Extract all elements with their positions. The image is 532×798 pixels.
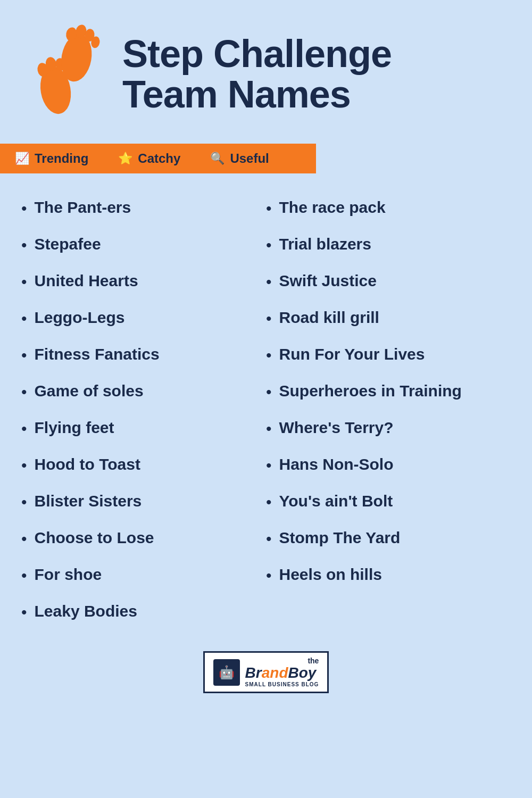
list-item: • Fitness Fanatics: [21, 336, 266, 373]
bullet-icon: •: [266, 418, 272, 439]
item-text: Hood to Toast: [35, 454, 140, 475]
item-text: Where's Terry?: [279, 417, 394, 438]
bullet-icon: •: [21, 418, 27, 439]
list-item: • Hood to Toast: [21, 446, 266, 483]
bullet-icon: •: [266, 528, 272, 549]
item-text: Blister Sisters: [35, 491, 142, 511]
item-text: Stepafee: [35, 234, 101, 254]
bullet-icon: •: [266, 565, 272, 586]
item-text: Fitness Fanatics: [35, 344, 160, 364]
bullet-icon: •: [21, 565, 27, 586]
bullet-icon: •: [21, 602, 27, 622]
list-item: • Blister Sisters: [21, 483, 266, 520]
bullet-icon: •: [266, 271, 272, 292]
item-text: Run For Your Lives: [279, 344, 425, 364]
list-item: • Stomp The Yard: [266, 520, 511, 556]
item-text: The race pack: [279, 197, 386, 218]
logo-subtitle: SMALL BUSINESS BLOG: [245, 681, 319, 687]
item-text: Leaky Bodies: [35, 601, 137, 621]
footprint-icons: [21, 21, 106, 128]
list-item: • Swift Justice: [266, 263, 511, 300]
bullet-icon: •: [266, 308, 272, 329]
logo-brandboy: BrandBoy: [245, 665, 319, 681]
list-item: • Run For Your Lives: [266, 336, 511, 373]
bullet-icon: •: [21, 198, 27, 219]
bullet-icon: •: [21, 528, 27, 549]
bullet-icon: •: [266, 381, 272, 402]
list-item: • Heels on hills: [266, 556, 511, 593]
list-item: • Trial blazers: [266, 226, 511, 263]
list-item: • For shoe: [21, 556, 266, 593]
left-column: • The Pant-ers • Stepafee • United Heart…: [21, 189, 266, 630]
list-item: • Game of soles: [21, 373, 266, 410]
bullet-icon: •: [266, 235, 272, 255]
list-item: • The race pack: [266, 189, 511, 226]
page-wrapper: Step Challenge Team Names 📈 Trending ⭐ C…: [0, 0, 532, 798]
trending-icon: 📈: [15, 152, 29, 165]
list-item: • Hans Non-Solo: [266, 446, 511, 483]
bullet-icon: •: [266, 345, 272, 365]
item-text: Leggo-Legs: [35, 307, 125, 328]
bullet-icon: •: [21, 455, 27, 476]
bullet-icon: •: [21, 492, 27, 512]
page-title: Step Challenge Team Names: [122, 34, 511, 114]
logo-text: the BrandBoy SMALL BUSINESS BLOG: [245, 657, 319, 687]
logo-mascot-icon: 🤖: [213, 659, 240, 686]
item-text: Stomp The Yard: [279, 527, 401, 548]
right-column: • The race pack • Trial blazers • Swift …: [266, 189, 511, 630]
tab-useful-label: Useful: [230, 151, 269, 166]
bullet-icon: •: [21, 381, 27, 402]
list-item: • Flying feet: [21, 410, 266, 446]
item-text: Heels on hills: [279, 564, 382, 585]
useful-icon: 🔍: [210, 152, 225, 165]
tabs-bar: 📈 Trending ⭐ Catchy 🔍 Useful: [0, 144, 532, 173]
brandboy-logo: 🤖 the BrandBoy SMALL BUSINESS BLOG: [203, 651, 329, 693]
bullet-icon: •: [21, 308, 27, 329]
item-text: You's ain't Bolt: [279, 491, 393, 511]
list-item: • Superheroes in Training: [266, 373, 511, 410]
item-text: Superheroes in Training: [279, 380, 462, 401]
list-item: • Where's Terry?: [266, 410, 511, 446]
item-text: Trial blazers: [279, 234, 371, 254]
tab-trending[interactable]: 📈 Trending: [0, 144, 103, 173]
tab-trending-label: Trending: [35, 151, 88, 166]
list-item: • United Hearts: [21, 263, 266, 300]
item-text: The Pant-ers: [35, 197, 131, 218]
list-item: • Road kill grill: [266, 300, 511, 336]
bullet-icon: •: [21, 235, 27, 255]
list-item: • The Pant-ers: [21, 189, 266, 226]
bullet-icon: •: [266, 455, 272, 476]
tab-catchy[interactable]: ⭐ Catchy: [103, 144, 195, 173]
tab-useful[interactable]: 🔍 Useful: [195, 144, 284, 173]
list-item: • Stepafee: [21, 226, 266, 263]
tab-extra: [284, 144, 316, 173]
item-text: Game of soles: [35, 380, 144, 401]
list-item: • You's ain't Bolt: [266, 483, 511, 520]
bullet-icon: •: [21, 345, 27, 365]
item-text: United Hearts: [35, 270, 138, 291]
tab-catchy-label: Catchy: [138, 151, 180, 166]
item-text: Road kill grill: [279, 307, 379, 328]
footer: 🤖 the BrandBoy SMALL BUSINESS BLOG: [0, 641, 532, 709]
header-text: Step Challenge Team Names: [122, 34, 511, 114]
header: Step Challenge Team Names: [0, 0, 532, 138]
list-item: • Leaky Bodies: [21, 593, 266, 630]
list-item: • Leggo-Legs: [21, 300, 266, 336]
bullet-icon: •: [21, 271, 27, 292]
item-text: For shoe: [35, 564, 102, 585]
item-text: Flying feet: [35, 417, 114, 438]
item-text: Choose to Lose: [35, 527, 154, 548]
item-text: Hans Non-Solo: [279, 454, 394, 475]
content-area: • The Pant-ers • Stepafee • United Heart…: [0, 173, 532, 641]
catchy-icon: ⭐: [118, 152, 132, 165]
bullet-icon: •: [266, 492, 272, 512]
bullet-icon: •: [266, 198, 272, 219]
list-item: • Choose to Lose: [21, 520, 266, 556]
logo-the: the: [245, 657, 319, 665]
footprints-icon: [21, 21, 106, 128]
item-text: Swift Justice: [279, 270, 377, 291]
